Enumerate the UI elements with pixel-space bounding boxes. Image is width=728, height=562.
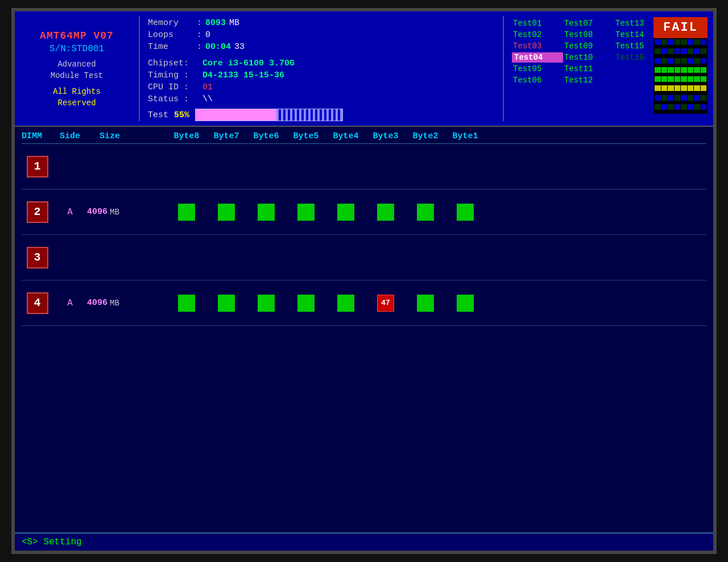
fail-visual [653, 38, 708, 114]
chipset-label: Chipset: [148, 59, 199, 68]
dimm1-byte7 [206, 158, 246, 175]
dimm2-size-num: 4096 [87, 207, 107, 217]
test-item-10: Test10 [563, 52, 614, 63]
dimm3-byte4 [326, 249, 366, 266]
dimm2-byte2 [406, 204, 445, 221]
test-item-11: Test11 [563, 64, 614, 74]
status-value: \\ [202, 94, 213, 104]
status-label: Status : [148, 94, 199, 104]
dimm2-byte1 [445, 204, 485, 221]
test-item-03: Test03 [512, 41, 563, 51]
col-byte1: Byte1 [445, 131, 485, 141]
header-middle-panel: Memory : 8093 MB Loops : 0 Time : 00:04 … [140, 16, 503, 121]
dimm1-byte1 [445, 158, 485, 175]
status-row: Status : \\ [148, 94, 503, 104]
test-percent: 55% [174, 110, 189, 120]
dimm4-size-num: 4096 [87, 298, 107, 308]
memory-unit: MB [229, 18, 239, 28]
table-header: DIMM Side Size Byte8 Byte7 Byte6 Byte5 B… [22, 131, 706, 144]
dimm3-number-cell: 3 [22, 247, 53, 268]
timing-label: Timing : [148, 71, 199, 80]
header-section: AMT64MP V07 S/N:STD001 Advanced Module T… [15, 11, 713, 127]
col-byte8: Byte8 [167, 131, 206, 141]
header-left-panel: AMT64MP V07 S/N:STD001 Advanced Module T… [20, 16, 140, 121]
timing-row: Timing : D4-2133 15-15-36 [148, 71, 503, 80]
mode-label: Advanced [57, 60, 96, 69]
col-byte7: Byte7 [206, 131, 246, 141]
dimm3-number: 3 [27, 247, 48, 268]
main-table: DIMM Side Size Byte8 Byte7 Byte6 Byte5 B… [15, 127, 713, 532]
dimm3-byte2 [406, 249, 445, 266]
dimm2-byte7 [206, 204, 246, 221]
cpu-id-label: CPU ID : [148, 82, 199, 92]
test-item-02: Test02 [512, 30, 563, 40]
col-byte5: Byte5 [286, 131, 326, 141]
dimm3-byte1 [445, 249, 485, 266]
dimm2-number: 2 [27, 201, 48, 223]
time-value: 00:04 [205, 42, 231, 52]
module-test-label: Module Test [51, 71, 103, 80]
dimm1-byte8 [167, 158, 206, 175]
memory-label: Memory [148, 18, 193, 28]
dimm2-byte4 [326, 204, 366, 221]
dimm4-byte1 [445, 295, 485, 312]
cpu-id-row: CPU ID : 01 [148, 82, 503, 92]
test-item-07: Test07 [563, 18, 614, 28]
dimm3-byte7 [206, 249, 246, 266]
test-item-04: Test04 [512, 52, 563, 63]
col-byte6: Byte6 [246, 131, 286, 141]
table-row: 2 A 4096 MB [22, 189, 706, 235]
dimm4-byte7 [206, 295, 246, 312]
memory-row: Memory : 8093 MB [148, 18, 503, 28]
progress-container: Test 55% [148, 109, 503, 121]
col-dimm: DIMM [22, 131, 53, 141]
dimm1-byte5 [286, 158, 326, 175]
test-item-01: Test01 [512, 18, 563, 28]
dimm3-byte6 [246, 249, 286, 266]
dimm4-number-cell: 4 [22, 292, 53, 314]
test-label: Test [148, 110, 168, 120]
dimm4-byte2 [406, 295, 445, 312]
loops-value: 0 [205, 30, 210, 40]
dimm2-size: 4096 MB [87, 207, 133, 217]
dimm3-byte3 [366, 249, 406, 266]
dimm4-size-unit: MB [110, 299, 119, 308]
test-item-08: Test08 [563, 30, 614, 40]
dimm4-byte6 [246, 295, 286, 312]
serial-number: S/N:STD001 [49, 44, 104, 54]
chipset-row: Chipset: Core i3-6100 3.70G [148, 59, 503, 68]
loops-row: Loops : 0 [148, 30, 503, 40]
dimm4-number: 4 [27, 292, 48, 314]
progress-bar-remain [276, 109, 342, 121]
test-item-05: Test05 [512, 64, 563, 74]
dimm4-side: A [53, 298, 87, 308]
reserved-label: Reserved [57, 98, 96, 108]
dimm3-byte8 [167, 249, 206, 266]
dimm1-byte2 [406, 158, 445, 175]
dimm1-byte6 [246, 158, 286, 175]
dimm2-side: A [53, 207, 87, 217]
dimm2-size-unit: MB [110, 208, 119, 217]
dimm4-byte5 [286, 295, 326, 312]
col-spacer [133, 131, 167, 141]
dimm4-size: 4096 MB [87, 298, 133, 308]
product-name: AMT64MP V07 [40, 30, 114, 42]
test-item-06: Test06 [512, 75, 563, 85]
dimm2-byte5 [286, 204, 326, 221]
dimm4-byte4 [326, 295, 366, 312]
memory-value: 8093 [205, 18, 226, 28]
dimm2-byte6 [246, 204, 286, 221]
col-side: Side [53, 131, 87, 141]
dimm2-number-cell: 2 [22, 201, 53, 223]
fail-indicator: FAIL [653, 17, 708, 114]
dimm4-byte8 [167, 295, 206, 312]
time-value2: 33 [234, 42, 245, 52]
test-item-12: Test12 [563, 75, 614, 85]
fail-label: FAIL [653, 17, 708, 38]
table-row: 1 [22, 144, 706, 189]
cpu-id-value: 01 [202, 82, 213, 92]
main-screen: AMT64MP V07 S/N:STD001 Advanced Module T… [11, 8, 717, 554]
progress-bar [195, 109, 343, 121]
dimm3-byte5 [286, 249, 326, 266]
col-byte4: Byte4 [326, 131, 366, 141]
